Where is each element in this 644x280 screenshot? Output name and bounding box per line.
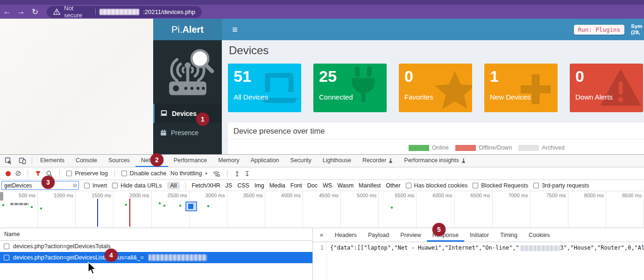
tab-console[interactable]: Console	[70, 155, 103, 167]
clear-icon[interactable]: ⊘	[15, 170, 21, 177]
tab-preview[interactable]: Preview	[395, 228, 426, 242]
filter-type-js[interactable]: JS	[226, 182, 233, 189]
legend-archived[interactable]: Archived	[518, 144, 565, 151]
import-har-icon[interactable]: ↥	[234, 170, 240, 177]
card-down-alerts[interactable]: 0 Down Alerts	[570, 64, 643, 112]
sidebar-item-devices[interactable]: Devices	[153, 104, 222, 123]
tab-recorder[interactable]: Recorder	[357, 155, 398, 167]
card-new-devices[interactable]: 1 New Devices	[484, 64, 558, 112]
filter-type-other[interactable]: Other	[386, 182, 400, 189]
tab-application[interactable]: Application	[245, 155, 284, 167]
clear-input-icon[interactable]: ⊗	[72, 182, 78, 189]
filter-funnel-icon[interactable]	[35, 170, 42, 177]
network-overview-timeline[interactable]: 500 ms 1000 ms 1500 ms 2000 ms 2500 ms 3…	[0, 191, 644, 228]
timeline-tick: 7500 ms	[531, 191, 568, 228]
filter-type-media[interactable]: Media	[269, 182, 285, 189]
inspect-element-icon[interactable]	[0, 155, 15, 167]
filter-type-css[interactable]: CSS	[237, 182, 249, 189]
app-navbar: ≡ Run: Plugins Sym (28,	[222, 19, 644, 40]
run-plugins-button[interactable]: Run: Plugins	[574, 25, 624, 35]
hide-data-urls-checkbox[interactable]: Hide data URLs	[112, 182, 162, 189]
filter-input[interactable]	[1, 181, 79, 190]
header-right-text: Sym (28,	[631, 23, 644, 36]
filter-type-wasm[interactable]: Wasm	[337, 182, 354, 189]
browser-toolbar: ← → ↻ Not secure :20211/devices.php	[0, 0, 644, 19]
filter-type-manifest[interactable]: Manifest	[359, 182, 381, 189]
menu-icon[interactable]: ≡	[232, 24, 238, 35]
legend-online[interactable]: Online	[409, 144, 449, 151]
invert-checkbox[interactable]: Invert	[84, 182, 107, 189]
card-all-devices[interactable]: 51 All Devices	[228, 64, 301, 112]
tab-performance[interactable]: Performance	[168, 155, 213, 167]
filter-type-all[interactable]: All	[167, 182, 180, 189]
name-column-header[interactable]: Name	[0, 228, 312, 241]
request-detail-pane: × Headers Payload Preview Response Initi…	[313, 228, 644, 280]
tab-performance-insights[interactable]: Performance insights	[398, 155, 471, 167]
filter-type-img[interactable]: Img	[255, 182, 264, 189]
checkbox[interactable]	[84, 183, 90, 188]
app-main: Devices 51 All Devices 25 Connected	[222, 40, 644, 154]
request-row-devices-totals[interactable]: devices.php?action=getDevicesTotals	[0, 241, 312, 252]
back-icon[interactable]: ←	[0, 7, 14, 16]
tab-security[interactable]: Security	[285, 155, 317, 167]
checkbox[interactable]	[4, 244, 9, 249]
has-blocked-cookies-checkbox[interactable]: Has blocked cookies	[406, 182, 468, 189]
forward-icon[interactable]: →	[14, 7, 28, 16]
experiment-flask-icon	[389, 158, 393, 163]
checkbox[interactable]	[406, 183, 411, 188]
timeline-ruler: 500 ms 1000 ms 1500 ms 2000 ms 2500 ms 3…	[0, 191, 644, 228]
blocked-requests-checkbox[interactable]: Blocked Requests	[473, 182, 528, 189]
checkbox[interactable]	[112, 183, 118, 188]
tab-payload[interactable]: Payload	[362, 228, 395, 242]
address-divider	[95, 8, 96, 15]
redacted-host	[99, 9, 140, 15]
card-favorites[interactable]: 0 Favorites	[399, 64, 472, 112]
network-filter-row: ⊗ Invert Hide data URLs All Fetch/XHR JS…	[0, 180, 644, 191]
checkbox[interactable]	[121, 171, 127, 176]
checkbox[interactable]	[4, 255, 9, 260]
checkbox[interactable]	[533, 183, 539, 188]
reload-icon[interactable]: ↻	[28, 7, 42, 17]
timeline-tick: 6500 ms	[455, 191, 493, 228]
filter-type-ws[interactable]: WS	[323, 182, 332, 189]
mouse-cursor	[87, 262, 96, 277]
presence-panel: Device presence over time Online Offline…	[228, 122, 644, 154]
tab-cookies[interactable]: Cookies	[523, 228, 555, 242]
checkbox[interactable]	[473, 183, 478, 188]
export-har-icon[interactable]: ↧	[244, 170, 250, 177]
checkbox[interactable]	[66, 171, 72, 176]
tab-timing[interactable]: Timing	[495, 228, 523, 242]
tab-memory[interactable]: Memory	[212, 155, 245, 167]
legend-offline-down[interactable]: Offline/Down	[455, 144, 512, 151]
timeline-mark	[0, 192, 3, 201]
card-connected[interactable]: 25 Connected	[313, 64, 387, 112]
filter-type-fetch-xhr[interactable]: Fetch/XHR	[191, 182, 220, 189]
filter-type-font[interactable]: Font	[290, 182, 302, 189]
sidebar-item-presence[interactable]: Presence	[153, 123, 222, 142]
pialert-app: Pi.Alert ≡ Run: Plugins Sym (28,	[153, 19, 644, 154]
annotation-circle-4: 4	[105, 249, 118, 262]
close-icon[interactable]: ×	[313, 228, 329, 242]
network-conditions-icon[interactable]	[212, 170, 220, 177]
preserve-log-checkbox[interactable]: Preserve log	[66, 170, 107, 177]
throttling-select[interactable]: No throttling ▼	[170, 170, 208, 177]
pialert-logo[interactable]: Pi.Alert	[153, 19, 222, 40]
third-party-requests-checkbox[interactable]: 3rd-party requests	[533, 182, 589, 189]
request-row-devices-list[interactable]: devices.php?action=getDevicesList&status…	[0, 252, 312, 263]
record-icon[interactable]	[6, 171, 11, 176]
tab-sources[interactable]: Sources	[103, 155, 135, 167]
timeline-tick: 1500 ms	[76, 191, 113, 228]
tab-lighthouse[interactable]: Lighthouse	[317, 155, 357, 167]
not-secure-warning-icon[interactable]	[53, 8, 60, 15]
tab-elements[interactable]: Elements	[35, 155, 70, 167]
dom-content-loaded-line	[97, 199, 98, 227]
disable-cache-checkbox[interactable]: Disable cache	[121, 170, 167, 177]
address-bar[interactable]: Not secure :20211/devices.php	[47, 6, 202, 18]
card-label: Down Alerts	[575, 93, 643, 101]
tab-initiator[interactable]: Initiator	[464, 228, 495, 242]
filter-type-doc[interactable]: Doc	[307, 182, 318, 189]
card-label: Favorites	[404, 93, 472, 101]
tab-headers[interactable]: Headers	[329, 228, 362, 242]
device-toolbar-icon[interactable]	[15, 155, 29, 167]
redacted-query-value	[149, 254, 207, 261]
